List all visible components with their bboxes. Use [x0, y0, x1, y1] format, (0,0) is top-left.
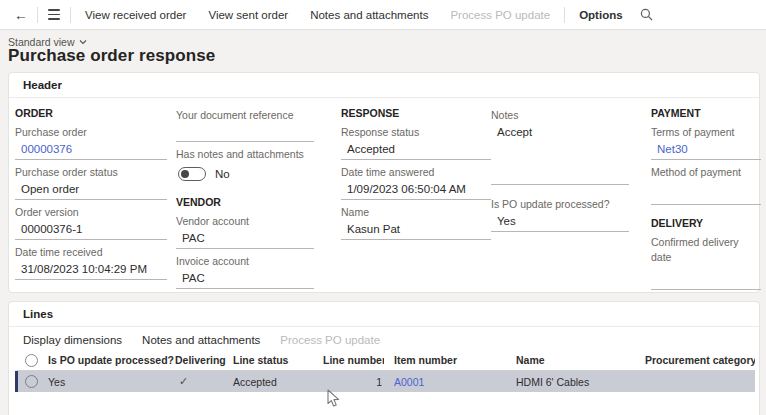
delivering-checkmark-icon: ✓ [175, 375, 233, 388]
your-document-reference-input[interactable] [176, 123, 314, 142]
has-notes-and-attachments-field: Has notes and attachments No [176, 144, 314, 184]
vendor-account-value: PAC [176, 229, 314, 249]
date-time-received-field: Date time received 31/08/2023 10:04:29 P… [15, 242, 167, 280]
method-of-payment-label: Method of payment [651, 162, 761, 180]
cell-is-po-update-processed: Yes [48, 376, 175, 388]
process-po-update-button: Process PO update [439, 1, 561, 29]
chevron-down-icon [79, 39, 87, 45]
cell-item-number[interactable]: A0001 [384, 376, 508, 388]
is-po-update-processed-label: Is PO update processed? [491, 194, 629, 212]
notes-input[interactable]: Accept [491, 123, 629, 185]
row-select-radio[interactable] [25, 375, 38, 388]
terms-of-payment-field: Terms of payment Net30 [651, 122, 761, 160]
col-header-delivering[interactable]: Delivering [175, 354, 233, 366]
options-button[interactable]: Options [568, 1, 633, 29]
col-header-item-number[interactable]: Item number [384, 354, 508, 366]
select-all-radio[interactable] [25, 354, 38, 367]
is-po-update-processed-value: Yes [491, 212, 629, 232]
response-status-value: Accepted [341, 140, 491, 160]
purchase-order-status-field: Purchase order status Open order [15, 162, 167, 200]
order-group: ORDER Purchase order 00000376 Purchase o… [15, 98, 167, 282]
cell-line-number: 1 [323, 376, 384, 388]
date-time-answered-value: 1/09/2023 06:50:04 AM [341, 180, 491, 200]
payment-delivery-column: PAYMENT Terms of payment Net30 Method of… [651, 98, 761, 292]
header-form: ORDER Purchase order 00000376 Purchase o… [9, 98, 759, 292]
mouse-cursor [327, 389, 340, 408]
your-document-reference-label: Your document reference [176, 105, 314, 123]
table-row[interactable]: Yes ✓ Accepted 1 A0001 HDMI 6' Cables [15, 371, 755, 392]
toolbar-divider [70, 7, 71, 23]
lines-toolbar: Display dimensions Notes and attachments… [9, 329, 759, 350]
name-label: Name [341, 202, 491, 220]
delivery-group-title: DELIVERY [651, 217, 761, 229]
date-time-answered-label: Date time answered [341, 162, 491, 180]
confirmed-delivery-date-field: Confirmed delivery date [651, 232, 761, 290]
hamburger-icon [48, 9, 60, 19]
document-vendor-column: Your document reference Has notes and at… [176, 98, 314, 291]
view-sent-order-button[interactable]: View sent order [197, 1, 299, 29]
col-header-is-po-update-processed[interactable]: Is PO update processed? [48, 354, 175, 366]
col-header-line-status[interactable]: Line status [233, 354, 323, 366]
header-section: Header ORDER Purchase order 00000376 Pur… [8, 72, 760, 293]
purchase-order-status-label: Purchase order status [15, 162, 167, 180]
terms-of-payment-value[interactable]: Net30 [651, 140, 761, 160]
response-status-field: Response status Accepted [341, 122, 491, 160]
cell-name: HDMI 6' Cables [508, 376, 638, 388]
toolbar-divider [564, 7, 565, 23]
toggle-knob-icon [181, 170, 189, 178]
response-status-label: Response status [341, 122, 491, 140]
has-notes-toggle[interactable] [178, 167, 206, 181]
expand-command-bar-button[interactable] [41, 4, 67, 26]
terms-of-payment-label: Terms of payment [651, 122, 761, 140]
cell-line-status: Accepted [233, 376, 323, 388]
name-value: Kasun Pat [341, 220, 491, 240]
notes-and-attachments-button[interactable]: Notes and attachments [299, 1, 439, 29]
response-group: RESPONSE Response status Accepted Date t… [341, 98, 491, 242]
notes-column: Notes Accept Is PO update processed? Yes [491, 98, 629, 234]
purchase-order-field: Purchase order 00000376 [15, 122, 167, 160]
lines-grid: Is PO update processed? Delivering Line … [15, 350, 755, 392]
order-version-value: 00000376-1 [15, 220, 167, 240]
payment-group-title: PAYMENT [651, 107, 761, 119]
response-group-title: RESPONSE [341, 107, 491, 119]
toolbar-divider [37, 7, 38, 23]
purchase-order-value[interactable]: 00000376 [15, 140, 167, 160]
order-group-title: ORDER [15, 107, 167, 119]
command-bar: ← View received order View sent order No… [0, 0, 766, 30]
confirmed-delivery-date-label: Confirmed delivery date [651, 232, 761, 265]
method-of-payment-input[interactable] [651, 186, 761, 205]
search-button[interactable] [634, 4, 660, 26]
has-notes-toggle-state: No [215, 168, 230, 180]
purchase-order-label: Purchase order [15, 122, 167, 140]
notes-label: Notes [491, 105, 629, 123]
header-section-title[interactable]: Header [9, 73, 759, 98]
back-arrow-icon: ← [14, 7, 28, 23]
date-time-received-value: 31/08/2023 10:04:29 PM [15, 260, 167, 280]
lines-section-title[interactable]: Lines [9, 302, 759, 327]
date-time-received-label: Date time received [15, 242, 167, 260]
col-header-name[interactable]: Name [508, 354, 638, 366]
notes-field: Notes Accept [491, 105, 629, 185]
confirmed-delivery-date-input[interactable] [651, 271, 761, 290]
lines-process-po-update-button: Process PO update [280, 334, 380, 346]
col-header-line-number[interactable]: Line number↑ [323, 354, 384, 366]
method-of-payment-field: Method of payment [651, 162, 761, 205]
name-field: Name Kasun Pat [341, 202, 491, 240]
page-title: Purchase order response [8, 46, 215, 66]
invoice-account-label: Invoice account [176, 251, 314, 269]
date-time-answered-field: Date time answered 1/09/2023 06:50:04 AM [341, 162, 491, 200]
vendor-account-label: Vendor account [176, 211, 314, 229]
has-notes-and-attachments-label: Has notes and attachments [176, 144, 314, 162]
col-header-procurement-category[interactable]: Procurement category [638, 354, 755, 366]
view-received-order-button[interactable]: View received order [74, 1, 197, 29]
display-dimensions-button[interactable]: Display dimensions [23, 334, 122, 346]
search-icon [640, 8, 653, 21]
invoice-account-value: PAC [176, 269, 314, 289]
back-button[interactable]: ← [8, 4, 34, 26]
invoice-account-field: Invoice account PAC [176, 251, 314, 289]
your-document-reference-field: Your document reference [176, 105, 314, 142]
lines-notes-and-attachments-button[interactable]: Notes and attachments [142, 334, 260, 346]
order-version-label: Order version [15, 202, 167, 220]
grid-header-row: Is PO update processed? Delivering Line … [15, 350, 755, 371]
order-version-field: Order version 00000376-1 [15, 202, 167, 240]
